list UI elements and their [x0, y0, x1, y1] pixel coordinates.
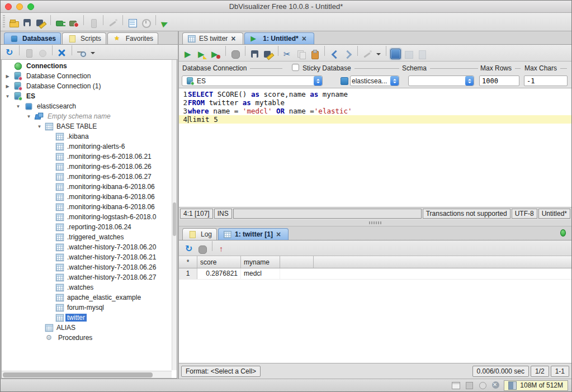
tree-item-forum-mysql[interactable]: forum-mysql [2, 303, 172, 313]
open-folder-icon[interactable] [8, 17, 20, 29]
code-line[interactable]: 4limit 5 [179, 115, 571, 124]
tree-item-database-connection-1[interactable]: ▶Database Connection (1) [2, 81, 172, 91]
horizontal-splitter[interactable] [179, 220, 571, 226]
tree-item-monitoring-es-6-2018-06-21[interactable]: .monitoring-es-6-2018.06.21 [2, 152, 172, 162]
refresh-icon[interactable] [183, 244, 195, 255]
sql-editor[interactable]: 1SELECT SCORE() as score,name as myname2… [179, 88, 571, 207]
collapse-icon[interactable]: ▼ [15, 104, 22, 109]
tree-item-monitoring-kibana-6-2018-06[interactable]: .monitoring-kibana-6-2018.06 [2, 192, 172, 202]
chart-icon[interactable] [403, 49, 414, 60]
tree-vertical-scrollbar[interactable] [172, 60, 177, 370]
cut-icon[interactable] [282, 49, 294, 60]
max-rows-input[interactable] [479, 75, 519, 86]
sidebar-tab-favorites[interactable]: Favorites [107, 32, 158, 44]
connect-icon[interactable] [55, 17, 66, 29]
database-connection-select[interactable]: ES [182, 75, 323, 86]
code-line[interactable]: 2FROM twitter as mytable [179, 98, 571, 107]
close-window-icon[interactable] [5, 3, 12, 10]
window-icon[interactable] [450, 380, 461, 391]
wand-icon[interactable] [362, 49, 373, 60]
close-tab-icon[interactable] [276, 230, 282, 238]
splitter-grip-icon[interactable] [369, 221, 381, 224]
form-icon[interactable] [127, 17, 138, 29]
tree-item-monitoring-logstash-6-2018-0[interactable]: .monitoring-logstash-6-2018.0 [2, 212, 172, 222]
commander-tab-es-twitter[interactable]: ES twitter [182, 32, 243, 44]
tree-item-apache-elastic-example[interactable]: apache_elastic_example [2, 292, 172, 303]
tree-horizontal-scrollbar[interactable] [2, 371, 172, 378]
sidebar-tab-scripts[interactable]: Scripts [62, 32, 106, 44]
tree-item-watcher-history-7-2018-06-26[interactable]: .watcher-history-7-2018.06.26 [2, 262, 172, 272]
tree-item-elasticsearch[interactable]: ▼elasticsearch [2, 101, 172, 111]
collapse-icon[interactable]: ▼ [25, 114, 32, 119]
copy-icon[interactable] [296, 49, 307, 60]
stop-icon[interactable] [197, 244, 208, 255]
caret-down-icon[interactable] [89, 48, 96, 59]
row-number[interactable]: 1 [179, 268, 197, 279]
expand-icon[interactable]: ▶ [4, 84, 11, 89]
tree-item-base-table[interactable]: ▼BASE TABLE [2, 121, 172, 131]
max-chars-input[interactable] [524, 75, 568, 86]
tree-item-es[interactable]: ▼ES [2, 91, 172, 101]
execute-explain-icon[interactable] [210, 49, 221, 60]
pin-icon[interactable] [216, 244, 228, 255]
back-icon[interactable] [329, 49, 340, 60]
expand-icon[interactable]: ▶ [4, 74, 11, 79]
collapse-all-icon[interactable] [56, 48, 68, 59]
card-icon[interactable] [23, 48, 35, 59]
save-as-icon[interactable] [35, 17, 46, 29]
save-icon[interactable] [249, 49, 261, 60]
close-tab-icon[interactable] [230, 35, 237, 42]
save-icon[interactable] [22, 17, 33, 29]
sidebar-tab-databases[interactable]: Databases [4, 32, 61, 44]
database-select[interactable]: elasticsea... [350, 75, 399, 86]
tree-item-connections[interactable]: Connections [2, 61, 172, 71]
phone-icon[interactable] [88, 17, 99, 29]
collapse-icon[interactable]: ▼ [4, 94, 11, 99]
results-tab-1-twitter-1[interactable]: 1: twitter [1] [218, 228, 289, 240]
circle-icon[interactable] [477, 380, 488, 391]
tree-item-twitter[interactable]: twitter [2, 313, 172, 323]
tree-item-empty-schema-name[interactable]: ▼Empty schema name [2, 111, 172, 121]
tree-item-watcher-history-7-2018-06-21[interactable]: .watcher-history-7-2018.06.21 [2, 252, 172, 262]
zoom-window-icon[interactable] [27, 3, 34, 10]
code-line[interactable]: 1SELECT SCORE() as score,name as myname [179, 90, 571, 98]
filter-icon[interactable] [76, 48, 87, 59]
close-tab-icon[interactable] [301, 35, 308, 42]
grid-corner-header[interactable]: * [179, 256, 197, 268]
cell-score[interactable]: 0.2876821 [197, 268, 241, 279]
column-header-myname[interactable]: myname [241, 256, 280, 268]
tree-item-procedures[interactable]: Procedures [2, 333, 172, 343]
sticky-database-checkbox[interactable] [292, 64, 299, 71]
run-flag-icon[interactable] [160, 17, 171, 29]
sphere-icon[interactable] [37, 48, 48, 59]
wand-icon[interactable] [107, 17, 119, 29]
execute-current-icon[interactable] [197, 49, 208, 60]
close-circle-icon[interactable] [490, 380, 502, 391]
tree-item-monitoring-alerts-6[interactable]: .monitoring-alerts-6 [2, 141, 172, 152]
column-header-score[interactable]: score [197, 256, 241, 268]
schema-select[interactable] [408, 75, 474, 86]
memory-indicator[interactable]: 108M of 512M [504, 380, 568, 391]
table-row[interactable]: 10.2876821medcl [179, 268, 571, 280]
paste-icon[interactable] [309, 49, 320, 60]
tree-item-triggered-watches[interactable]: .triggered_watches [2, 232, 172, 242]
tree-item-kibana[interactable]: .kibana [2, 131, 172, 141]
stop-icon[interactable] [230, 49, 241, 60]
clock-icon[interactable] [140, 17, 152, 29]
editor-grid-icon[interactable] [390, 49, 401, 59]
commander-tab-1-untitled[interactable]: 1: Untitled* [244, 32, 314, 44]
results-tab-log[interactable]: Log [182, 228, 217, 240]
tree-item-watcher-history-7-2018-06-27[interactable]: .watcher-history-7-2018.06.27 [2, 272, 172, 282]
tree-item-watches[interactable]: .watches [2, 282, 172, 292]
minimize-window-icon[interactable] [16, 3, 23, 10]
cell-myname[interactable]: medcl [241, 268, 280, 279]
save-as-icon[interactable] [263, 49, 274, 60]
forward-icon[interactable] [342, 49, 353, 60]
tree-item-monitoring-kibana-6-2018-06[interactable]: .monitoring-kibana-6-2018.06 [2, 182, 172, 192]
tree-item-monitoring-es-6-2018-06-27[interactable]: .monitoring-es-6-2018.06.27 [2, 172, 172, 182]
export-icon[interactable] [417, 49, 428, 60]
toolbar-grip[interactable] [3, 15, 5, 29]
square-icon[interactable] [464, 380, 475, 391]
tree-item-database-connection[interactable]: ▶Database Connection [2, 71, 172, 81]
tree-item-watcher-history-7-2018-06-20[interactable]: .watcher-history-7-2018.06.20 [2, 242, 172, 252]
